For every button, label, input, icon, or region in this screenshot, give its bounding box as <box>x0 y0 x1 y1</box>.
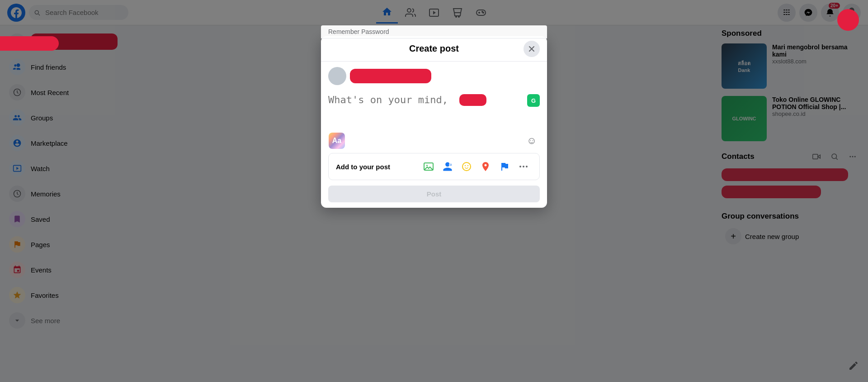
photo-video-button[interactable] <box>420 158 437 175</box>
modal-overlay[interactable]: Remember Password Create post G <box>0 0 868 382</box>
post-tools-row: Aa ☺ <box>328 129 540 153</box>
svg-point-30 <box>526 166 528 167</box>
svg-point-28 <box>519 166 521 167</box>
more-options-button[interactable] <box>515 158 532 175</box>
modal-body: G Aa ☺ Add to your post <box>321 62 547 208</box>
svg-point-26 <box>465 165 466 166</box>
add-to-post-label: Add to your post <box>336 163 390 171</box>
add-to-post-bar: Add to your post <box>328 153 540 180</box>
modal-close-button[interactable] <box>524 41 540 57</box>
post-action-icons <box>420 158 532 175</box>
create-post-modal: Create post G <box>321 36 547 208</box>
svg-point-27 <box>467 165 468 166</box>
svg-point-23 <box>426 165 428 166</box>
flag-button[interactable] <box>496 158 513 175</box>
modal-header: Create post <box>321 36 547 62</box>
feeling-activity-button[interactable] <box>458 158 475 175</box>
post-text-input[interactable] <box>328 91 540 127</box>
modal-title: Create post <box>409 43 459 54</box>
post-user-avatar <box>328 67 346 85</box>
post-username-redacted <box>350 69 431 83</box>
red-annotation-top-left <box>0 36 59 51</box>
red-annotation-top-right <box>837 9 859 31</box>
svg-point-29 <box>523 166 524 167</box>
post-submit-button[interactable]: Post <box>328 186 540 202</box>
checkin-button[interactable] <box>477 158 494 175</box>
post-user-row <box>328 67 540 85</box>
grammarly-button[interactable]: G <box>527 94 540 107</box>
input-name-redacted <box>459 94 486 106</box>
post-input-container: G <box>328 91 540 129</box>
remember-password-text: Remember Password <box>328 28 389 35</box>
emoji-button[interactable]: ☺ <box>524 133 540 149</box>
tag-people-button[interactable] <box>439 158 456 175</box>
svg-point-25 <box>462 162 471 171</box>
text-format-button[interactable]: Aa <box>328 132 345 149</box>
